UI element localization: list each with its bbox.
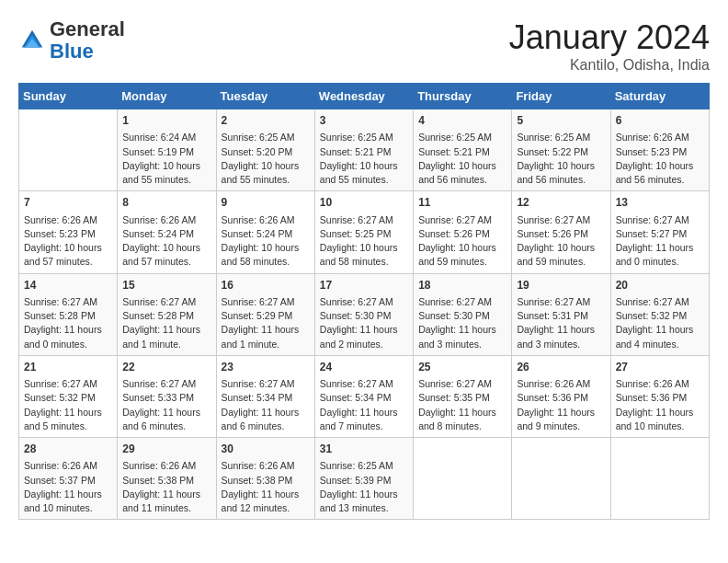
day-info-line: Sunrise: 6:25 AM xyxy=(222,131,310,144)
day-info-line: and 10 minutes. xyxy=(616,419,704,433)
day-info-line: and 6 minutes. xyxy=(222,419,310,433)
day-number: 7 xyxy=(24,195,112,211)
day-info-line: Daylight: 10 hours xyxy=(616,159,704,173)
day-number: 18 xyxy=(418,278,506,293)
day-cell: 3Sunrise: 6:25 AMSunset: 5:21 PMDaylight… xyxy=(314,109,413,191)
day-info-line: Sunrise: 6:25 AM xyxy=(320,459,408,473)
day-info-line: Sunrise: 6:27 AM xyxy=(517,213,605,227)
day-cell xyxy=(414,438,512,520)
day-cell: 23Sunrise: 6:27 AMSunset: 5:34 PMDayligh… xyxy=(216,355,314,437)
page-header: General Blue January 2024 Kantilo, Odish… xyxy=(18,18,710,74)
day-info-line: Daylight: 10 hours xyxy=(320,159,408,173)
day-cell: 22Sunrise: 6:27 AMSunset: 5:33 PMDayligh… xyxy=(118,355,216,437)
day-info-line: Sunrise: 6:27 AM xyxy=(616,295,704,309)
day-cell: 9Sunrise: 6:26 AMSunset: 5:24 PMDaylight… xyxy=(216,191,314,273)
day-number: 11 xyxy=(418,195,506,211)
day-info-line: Sunrise: 6:26 AM xyxy=(517,377,605,391)
day-info-line: Sunrise: 6:27 AM xyxy=(418,213,506,227)
day-info-line: and 58 minutes. xyxy=(320,255,408,269)
day-cell: 31Sunrise: 6:25 AMSunset: 5:39 PMDayligh… xyxy=(314,438,413,520)
day-info-line: and 8 minutes. xyxy=(418,419,506,433)
day-info-line: and 13 minutes. xyxy=(320,501,408,515)
day-info-line: Sunset: 5:26 PM xyxy=(517,227,605,241)
day-info-line: Daylight: 11 hours xyxy=(222,323,310,337)
day-info-line: Sunset: 5:22 PM xyxy=(517,145,605,159)
day-info-line: and 5 minutes. xyxy=(24,419,112,433)
day-cell: 30Sunrise: 6:26 AMSunset: 5:38 PMDayligh… xyxy=(216,438,314,520)
day-info-line: and 12 minutes. xyxy=(222,501,310,515)
day-info-line: Daylight: 10 hours xyxy=(222,241,310,255)
day-info-line: Daylight: 11 hours xyxy=(418,323,506,337)
day-header-sunday: Sunday xyxy=(19,84,118,109)
day-info-line: Daylight: 11 hours xyxy=(122,323,210,337)
day-info-line: Daylight: 10 hours xyxy=(418,159,506,173)
day-info-line: and 3 minutes. xyxy=(517,338,605,351)
week-row-2: 7Sunrise: 6:26 AMSunset: 5:23 PMDaylight… xyxy=(19,191,710,273)
day-info-line: and 2 minutes. xyxy=(320,338,408,351)
day-info-line: Daylight: 10 hours xyxy=(122,241,210,255)
day-cell xyxy=(19,109,118,191)
day-number: 21 xyxy=(24,360,112,375)
day-info-line: Daylight: 10 hours xyxy=(222,159,310,173)
day-info-line: Sunset: 5:32 PM xyxy=(24,391,112,405)
day-info-line: Sunset: 5:27 PM xyxy=(616,227,704,241)
day-info-line: Daylight: 10 hours xyxy=(24,241,112,255)
day-info-line: Daylight: 11 hours xyxy=(418,406,506,419)
day-info-line: Sunset: 5:31 PM xyxy=(517,309,605,323)
day-info-line: and 55 minutes. xyxy=(222,173,310,187)
title-block: January 2024 Kantilo, Odisha, India xyxy=(509,18,710,74)
day-cell: 14Sunrise: 6:27 AMSunset: 5:28 PMDayligh… xyxy=(19,273,118,355)
day-info-line: Sunrise: 6:24 AM xyxy=(122,131,210,144)
day-number: 28 xyxy=(24,442,112,457)
day-cell: 5Sunrise: 6:25 AMSunset: 5:22 PMDaylight… xyxy=(512,109,610,191)
day-info-line: Sunrise: 6:25 AM xyxy=(320,131,408,144)
day-cell: 20Sunrise: 6:27 AMSunset: 5:32 PMDayligh… xyxy=(610,273,709,355)
day-info-line: Sunset: 5:19 PM xyxy=(122,145,210,159)
day-number: 12 xyxy=(517,195,605,211)
day-info-line: Sunrise: 6:27 AM xyxy=(222,295,310,309)
day-info-line: Sunset: 5:21 PM xyxy=(418,145,506,159)
day-info-line: Sunrise: 6:25 AM xyxy=(418,131,506,144)
day-info-line: and 4 minutes. xyxy=(616,338,704,351)
day-header-monday: Monday xyxy=(118,84,216,109)
day-info-line: and 6 minutes. xyxy=(122,419,210,433)
day-info-line: Sunset: 5:35 PM xyxy=(418,391,506,405)
day-cell: 29Sunrise: 6:26 AMSunset: 5:38 PMDayligh… xyxy=(118,438,216,520)
week-row-5: 28Sunrise: 6:26 AMSunset: 5:37 PMDayligh… xyxy=(19,438,710,520)
day-info-line: Sunrise: 6:27 AM xyxy=(24,377,112,391)
day-info-line: and 1 minute. xyxy=(222,338,310,351)
day-info-line: Sunset: 5:34 PM xyxy=(222,391,310,405)
day-number: 13 xyxy=(616,195,704,211)
day-number: 16 xyxy=(222,278,310,293)
day-number: 19 xyxy=(517,278,605,293)
day-number: 25 xyxy=(418,360,506,375)
day-info-line: and 57 minutes. xyxy=(24,255,112,269)
day-info-line: Daylight: 11 hours xyxy=(122,406,210,419)
logo-general: General xyxy=(50,17,125,40)
day-info-line: Sunset: 5:25 PM xyxy=(320,227,408,241)
day-info-line: Daylight: 11 hours xyxy=(616,323,704,337)
day-cell: 25Sunrise: 6:27 AMSunset: 5:35 PMDayligh… xyxy=(414,355,512,437)
day-info-line: and 11 minutes. xyxy=(122,501,210,515)
week-row-1: 1Sunrise: 6:24 AMSunset: 5:19 PMDaylight… xyxy=(19,109,710,191)
calendar-title: January 2024 xyxy=(509,18,710,57)
day-header-friday: Friday xyxy=(512,84,610,109)
day-info-line: Sunrise: 6:27 AM xyxy=(517,295,605,309)
day-cell xyxy=(610,438,709,520)
day-info-line: and 55 minutes. xyxy=(320,173,408,187)
day-cell: 1Sunrise: 6:24 AMSunset: 5:19 PMDaylight… xyxy=(118,109,216,191)
day-number: 31 xyxy=(320,442,408,457)
day-info-line: Sunrise: 6:26 AM xyxy=(222,213,310,227)
day-info-line: Sunset: 5:38 PM xyxy=(122,474,210,488)
day-info-line: Sunrise: 6:27 AM xyxy=(222,377,310,391)
day-info-line: and 57 minutes. xyxy=(122,255,210,269)
day-info-line: Daylight: 11 hours xyxy=(616,241,704,255)
day-info-line: Sunset: 5:21 PM xyxy=(320,145,408,159)
day-cell: 21Sunrise: 6:27 AMSunset: 5:32 PMDayligh… xyxy=(19,355,118,437)
day-number: 5 xyxy=(517,113,605,129)
day-info-line: Sunrise: 6:27 AM xyxy=(24,295,112,309)
day-header-wednesday: Wednesday xyxy=(314,84,413,109)
day-info-line: and 0 minutes. xyxy=(24,338,112,351)
day-info-line: Sunset: 5:34 PM xyxy=(320,391,408,405)
day-number: 22 xyxy=(122,360,210,375)
